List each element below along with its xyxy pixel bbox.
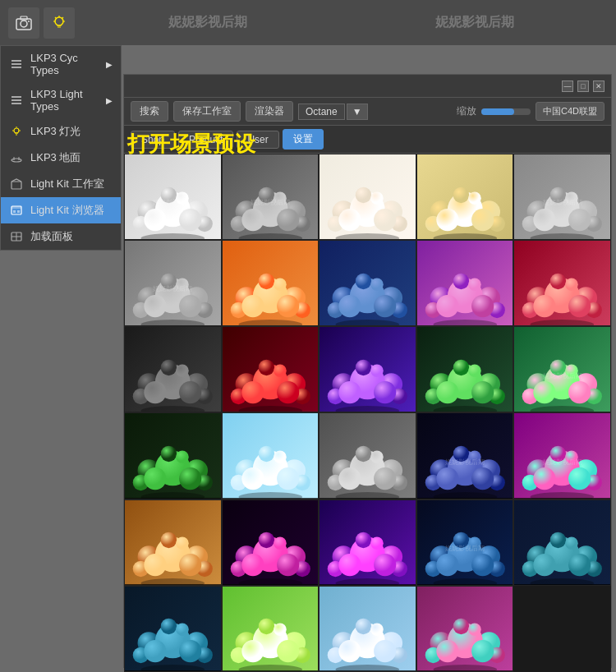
preset-thumb-cotton-candy: Cotton Candy Magic Ho...	[417, 241, 513, 326]
zoom-bar[interactable]	[481, 108, 531, 115]
preset-item-citrus-sunset[interactable]: Citrus Sunset	[222, 240, 319, 326]
preset-thumb-green-box-pink: 妮妮影视后期Green Box Pink Bottom	[514, 327, 610, 412]
svg-point-269	[468, 537, 481, 550]
preset-thumb-electric-disco: Electric Disco	[319, 327, 416, 412]
preset-thumb-lkp-strikes: 妮妮影视后期LKP Strikes Back	[417, 413, 513, 499]
preset-item-dungeon-rim[interactable]: Dungeon Rim Light	[222, 326, 319, 412]
preset-item-neon-tokyo[interactable]: Neon Tokyo	[319, 499, 416, 586]
svg-point-238	[161, 532, 177, 548]
svg-point-199	[274, 451, 287, 464]
preset-thumb-green-machine: Green Machine	[125, 413, 221, 499]
preset-item-command-center[interactable]: Command Center	[319, 240, 416, 326]
sidebar-item-floor[interactable]: LKP3 地面	[1, 145, 121, 171]
svg-point-219	[468, 451, 481, 464]
svg-point-108	[356, 274, 371, 289]
sidebar-item-workspace[interactable]: Light Kit 工作室	[1, 171, 121, 197]
top-watermarks: 妮妮影视后期 妮妮影视后期	[75, 14, 608, 31]
svg-point-138	[161, 360, 177, 375]
preset-item-pacific-rim[interactable]: Pacific Rim Light	[124, 586, 222, 672]
renderer-value[interactable]: Octane	[298, 104, 345, 120]
svg-point-76	[534, 209, 556, 231]
camera-icon[interactable]	[8, 7, 39, 39]
svg-point-229	[566, 451, 579, 464]
preset-thumb-yellow-portrait: Yellow Portrait with ...	[417, 154, 513, 240]
preset-thumb-left-dramatic: 妮妮影视后期Left Dramatic	[223, 154, 319, 240]
preset-item-gamma-rays[interactable]: Gamma Rays Sunset	[416, 326, 514, 412]
svg-point-319	[468, 624, 481, 637]
tab-user[interactable]: User	[237, 131, 278, 149]
tab-shop[interactable]: Shop	[131, 131, 175, 149]
floor-icon	[9, 150, 24, 165]
svg-point-68	[453, 186, 469, 202]
preset-item-lkp-strikes[interactable]: 妮妮影视后期LKP Strikes Back	[416, 412, 514, 499]
svg-point-167	[471, 381, 494, 403]
preset-item-cuban-dawn[interactable]: Cuban Dawn	[513, 240, 611, 326]
preset-item-heavenly[interactable]: Heavenly	[222, 412, 319, 499]
svg-point-69	[468, 191, 481, 205]
save-workspace-button[interactable]: 保存工作室	[173, 101, 241, 122]
preset-item-led-dots[interactable]: LED Dots	[319, 412, 416, 499]
search-button[interactable]: 搜索	[131, 101, 168, 122]
tab-settings[interactable]: 设置	[283, 129, 324, 150]
preset-item-green-box-pink[interactable]: 妮妮影视后期Green Box Pink Bottom	[513, 326, 611, 412]
preset-item-cotton-candy[interactable]: Cotton Candy Magic Ho...	[416, 240, 514, 326]
svg-point-168	[453, 360, 469, 375]
svg-point-16	[14, 128, 19, 133]
toolbar-row: 搜索 保存工作室 渲染器 Octane ▼ 缩放 中国C4D联盟	[124, 98, 611, 126]
svg-rect-26	[13, 210, 16, 213]
svg-rect-12	[11, 67, 21, 68]
sidebar-item-panel[interactable]: 加载面板	[1, 223, 121, 250]
preset-item-pink-teal[interactable]: Pink & Teal Tyrell	[416, 586, 514, 672]
svg-point-118	[453, 273, 469, 288]
preset-thumb-cuban-dawn: Cuban Dawn	[514, 241, 610, 326]
svg-point-169	[468, 364, 481, 377]
preset-item-left-dramatic[interactable]: 妮妮影视后期Left Dramatic	[222, 154, 319, 240]
svg-point-287	[179, 640, 201, 662]
preset-item-yellow-portrait[interactable]: Yellow Portrait with ...	[416, 154, 514, 240]
svg-point-299	[274, 624, 287, 637]
preset-item-warm-halo[interactable]: Warm with Halo	[319, 154, 416, 240]
preset-item-night-moves[interactable]: 妮妮影视后期Night Moves	[416, 499, 514, 586]
svg-point-128	[550, 273, 566, 288]
bulb-icon[interactable]	[44, 7, 75, 39]
svg-point-36	[144, 209, 166, 231]
svg-rect-11	[11, 63, 21, 65]
preset-item-passion-fruit[interactable]: Passion Fruit Bright	[222, 586, 319, 672]
sidebar-item-cyc-types[interactable]: LKP3 Cyc Types ▶	[1, 46, 121, 82]
svg-point-277	[568, 554, 591, 576]
svg-line-9	[62, 17, 64, 19]
sidebar-item-light-types[interactable]: LKP3 Light Types ▶	[1, 82, 121, 118]
svg-point-317	[471, 640, 494, 662]
preset-name-ninja-turtle: Ninja Turtle Ice Cream	[514, 584, 610, 586]
renderer-dropdown-arrow[interactable]: ▼	[347, 104, 368, 120]
preset-item-umbrella[interactable]: 妮妮影视后期Umbrella Warm with Pe...	[124, 154, 222, 240]
sidebar-item-lkp3-light[interactable]: LKP3 灯光	[1, 118, 121, 145]
svg-point-298	[258, 619, 274, 634]
preset-item-electric-disco[interactable]: Electric Disco	[319, 326, 416, 412]
svg-point-46	[241, 209, 264, 231]
minimize-button[interactable]: —	[562, 81, 573, 92]
preset-item-neon-noir[interactable]: Neon Noir	[222, 499, 319, 586]
svg-point-206	[339, 467, 361, 490]
community-button[interactable]: 中国C4D联盟	[536, 102, 605, 121]
sidebar-item-browser[interactable]: Light Kit 浏览器	[1, 197, 121, 223]
preset-item-ninja-turtle[interactable]: Ninja Turtle Ice Cream	[513, 499, 611, 586]
svg-point-78	[550, 186, 566, 202]
sidebar-label: LKP3 灯光	[30, 124, 80, 139]
sidebar-menu: LKP3 Cyc Types ▶ LKP3 Light Types ▶ LKP3…	[0, 45, 122, 251]
preset-item-movie-poster[interactable]: Movie Poster Portrait	[124, 499, 222, 586]
close-button[interactable]: ✕	[593, 81, 605, 92]
svg-point-89	[176, 278, 189, 291]
preset-item-green-machine[interactable]: Green Machine	[124, 412, 222, 499]
preset-item-big-front-warm[interactable]: 妮妮影视后期Big Front Warm Bac...	[124, 240, 222, 326]
preset-thumb-big-front-warm: 妮妮影视后期Big Front Warm Bac...	[125, 241, 221, 326]
zoom-fill	[481, 108, 514, 115]
preset-item-pastel-nights[interactable]: Pastel Nights	[319, 586, 416, 672]
svg-point-77	[568, 209, 591, 231]
maximize-button[interactable]: □	[577, 81, 589, 92]
svg-point-208	[356, 446, 371, 462]
preset-item-behind-scenes[interactable]: 妮妮影视后期Behind the Scenes	[513, 154, 611, 240]
preset-item-dark-castle[interactable]: Dark Castle	[124, 326, 222, 412]
preset-item-miami-vice[interactable]: 妮妮影视后期Miami Vice Pink & Teal	[513, 412, 611, 499]
tab-product[interactable]: Product	[178, 131, 233, 149]
